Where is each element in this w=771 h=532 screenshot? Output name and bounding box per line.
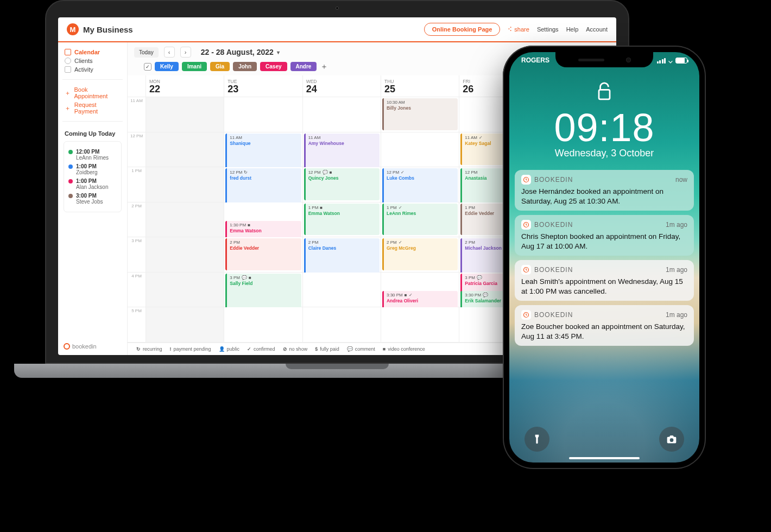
notif-app-icon: [521, 265, 531, 275]
time-slot[interactable]: 11 AM Amy Winehouse: [303, 132, 381, 168]
time-slot[interactable]: [146, 167, 224, 202]
time-slot[interactable]: [146, 307, 224, 343]
prev-week-button[interactable]: ‹: [164, 47, 175, 58]
time-slot[interactable]: [146, 237, 224, 273]
time-slot[interactable]: [224, 97, 302, 132]
next-week-button[interactable]: ›: [180, 47, 191, 58]
sidebar-item-calendar[interactable]: Calendar: [64, 48, 122, 56]
time-slot[interactable]: [381, 307, 459, 343]
legend-item: ↻ recurring: [136, 346, 162, 352]
notification-list: BOOKEDIN now Jose Hernández booked an ap…: [515, 170, 694, 346]
calendar-event[interactable]: 12 PM 💬 ■Quincy Jones: [304, 168, 380, 200]
legend-item: $ fully paid: [315, 346, 339, 352]
date-range[interactable]: 22 - 28 August, 2022 ▾: [201, 48, 280, 56]
nav-account[interactable]: Account: [586, 26, 608, 33]
home-indicator[interactable]: [569, 457, 640, 460]
notification[interactable]: BOOKEDIN 1m ago Leah Smith's appointment…: [515, 260, 694, 301]
app-header: M My Business Online Booking Page ⠪ shar…: [58, 17, 616, 42]
legend-item: ⊘ no show: [283, 346, 308, 352]
time-slot[interactable]: [381, 132, 459, 168]
staff-all-checkbox[interactable]: ✓: [144, 63, 151, 71]
battery-icon: [675, 58, 687, 64]
time-slot[interactable]: 12 PM 💬 ■Quincy Jones: [303, 167, 381, 202]
time-slot[interactable]: 3 PM 💬 ■Sally Field: [224, 273, 302, 308]
event-status-icon: ■: [248, 223, 250, 228]
notif-time: 1m ago: [666, 311, 687, 319]
share-link[interactable]: ⠪ share: [508, 26, 529, 33]
sidebar-action-book-appointment[interactable]: ＋Book Appointment: [64, 85, 122, 100]
staff-chip-imani[interactable]: Imani: [182, 62, 207, 71]
calendar-event[interactable]: 1 PM ✓LeAnn Rimes: [382, 204, 458, 236]
time-slot[interactable]: [303, 273, 381, 308]
notif-app-icon: [521, 220, 531, 230]
calendar-event[interactable]: 2 PM Eddie Vedder: [225, 238, 301, 270]
time-slot[interactable]: [303, 307, 381, 343]
staff-chip-john[interactable]: John: [233, 62, 257, 71]
time-slot[interactable]: [303, 97, 381, 132]
day-header: TUE23: [224, 75, 302, 97]
time-slot[interactable]: [146, 97, 224, 132]
notif-app-icon: [521, 310, 531, 320]
notif-app-icon: [521, 175, 531, 185]
event-status-icon: 💬: [242, 275, 247, 281]
staff-chip-gia[interactable]: Gia: [210, 62, 230, 71]
sidebar-item-activity[interactable]: Activity: [64, 65, 122, 74]
camera-button[interactable]: [659, 427, 684, 452]
time-slot[interactable]: 1:30 PM ■Emma Watson: [224, 202, 302, 238]
event-status-icon: ✓: [399, 240, 402, 245]
calendar-event[interactable]: 1 PM ■Emma Watson: [304, 204, 380, 236]
sidebar-item-clients[interactable]: Clients: [64, 56, 122, 65]
online-booking-button[interactable]: Online Booking Page: [424, 23, 501, 36]
notif-time: 1m ago: [666, 266, 687, 274]
nav-settings[interactable]: Settings: [537, 26, 559, 33]
event-status-icon: ■: [330, 170, 332, 175]
notif-app-name: BOOKEDIN: [534, 311, 573, 319]
plus-icon: ＋: [65, 89, 71, 97]
phone-mockup: ROGERS ⌵ 09:18 Wednesday, 3 October BOOK…: [503, 46, 706, 469]
upcoming-item[interactable]: 1:00 PMAlan Jackson: [68, 178, 117, 190]
time-slot[interactable]: [224, 307, 302, 343]
calendar-event[interactable]: 10:30 AM Billy Jones: [382, 98, 458, 130]
time-slot[interactable]: 12 PM ✓Luke Combs: [381, 167, 459, 202]
staff-chip-andre[interactable]: Andre: [290, 62, 317, 71]
time-slot[interactable]: 2 PM Eddie Vedder: [224, 237, 302, 273]
time-slot[interactable]: 1 PM ✓LeAnn Rimes: [381, 202, 459, 238]
staff-chip-casey[interactable]: Casey: [260, 62, 287, 71]
time-slot[interactable]: 1 PM ■Emma Watson: [303, 202, 381, 238]
time-slot[interactable]: 2 PM ✓Greg McGreg: [381, 237, 459, 273]
sidebar-icon: [65, 66, 71, 73]
time-slot[interactable]: 10:30 AM Billy Jones: [381, 97, 459, 132]
legend-item: ✓ confirmed: [247, 346, 275, 352]
notification[interactable]: BOOKEDIN 1m ago Zoe Boucher booked an ap…: [515, 305, 694, 346]
plus-icon: ＋: [65, 104, 71, 112]
time-slot[interactable]: [146, 132, 224, 168]
add-staff-button[interactable]: ＋: [320, 62, 328, 71]
time-slot[interactable]: 11 AM Shanique: [224, 132, 302, 168]
notification[interactable]: BOOKEDIN 1m ago Chris Shepton booked an …: [515, 215, 694, 256]
phone-lockscreen: ROGERS ⌵ 09:18 Wednesday, 3 October BOOK…: [509, 52, 699, 463]
time-slot[interactable]: 2 PM Claire Danes: [303, 237, 381, 273]
sidebar-action-request-payment[interactable]: ＋Request Payment: [64, 100, 122, 116]
nav-help[interactable]: Help: [566, 26, 579, 33]
color-dot: [68, 150, 73, 154]
wifi-icon: ⌵: [668, 56, 673, 65]
sidebar-icon: [65, 58, 71, 64]
notification[interactable]: BOOKEDIN now Jose Hernández booked an ap…: [515, 170, 694, 211]
time-slot[interactable]: 12 PM ↻fred durst: [224, 167, 302, 202]
upcoming-item[interactable]: 12:00 PMLeAnn Rimes: [68, 149, 117, 161]
time-slot[interactable]: [146, 202, 224, 238]
upcoming-item[interactable]: 1:00 PMZoidberg: [68, 163, 117, 175]
lockscreen-date: Wednesday, 3 October: [509, 148, 699, 159]
today-button[interactable]: Today: [134, 47, 159, 58]
event-status-icon: ■: [405, 293, 407, 298]
flashlight-button[interactable]: [524, 427, 549, 452]
time-slot[interactable]: [146, 273, 224, 308]
calendar-event[interactable]: 2 PM ✓Greg McGreg: [382, 238, 458, 270]
time-slot[interactable]: 3:30 PM ■ ✓Andrea Oliveri: [381, 273, 459, 308]
upcoming-item[interactable]: 3:00 PMSteve Jobs: [68, 193, 117, 205]
legend-item: ! payment pending: [170, 346, 211, 352]
color-dot: [68, 179, 73, 183]
event-status-icon: ✓: [479, 135, 483, 141]
day-header: WED24: [303, 75, 381, 97]
staff-chip-kelly[interactable]: Kelly: [155, 62, 179, 71]
